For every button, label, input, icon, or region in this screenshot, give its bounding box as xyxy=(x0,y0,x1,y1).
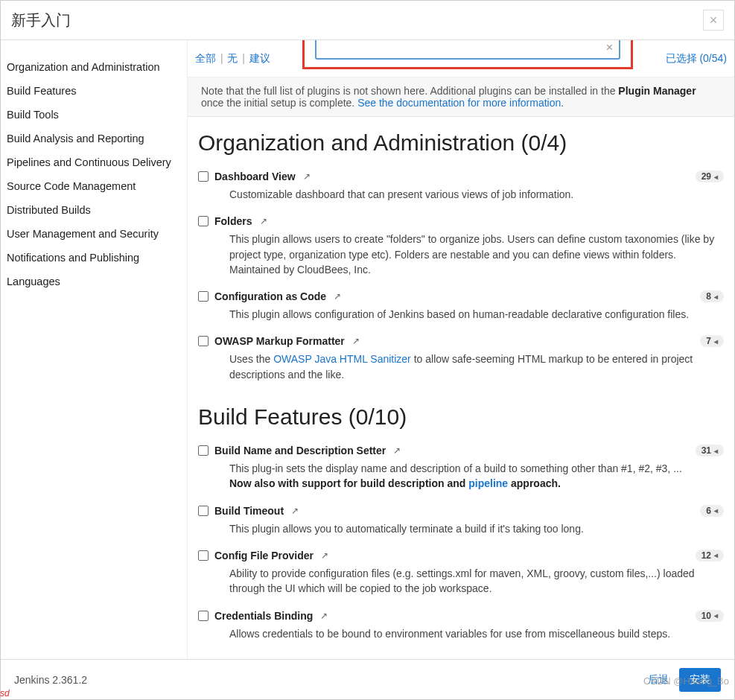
external-link-icon[interactable]: ↗ xyxy=(352,336,360,346)
section-header: Organization and Administration (0/4) xyxy=(198,130,724,156)
clear-icon[interactable]: × xyxy=(606,41,613,54)
external-link-icon[interactable]: ↗ xyxy=(291,506,299,516)
plugin-checkbox[interactable] xyxy=(198,291,209,302)
dep-badge[interactable]: 29 xyxy=(696,171,724,182)
sidebar-item-build-tools[interactable]: Build Tools xyxy=(1,103,187,127)
sidebar-item-user-mgmt[interactable]: User Management and Security xyxy=(1,222,187,246)
external-link-icon[interactable]: ↗ xyxy=(260,216,267,226)
plugin-checkbox[interactable] xyxy=(198,506,209,516)
plugin-row: Build Name and Description Setter ↗ 31 T… xyxy=(198,440,724,500)
sidebar-item-build-features[interactable]: Build Features xyxy=(1,79,187,103)
sidebar-item-languages[interactable]: Languages xyxy=(1,270,187,293)
owasp-link[interactable]: OWASP Java HTML Sanitizer xyxy=(273,353,411,365)
filter-all[interactable]: 全部 xyxy=(195,52,216,64)
selected-count: 已选择 (0/54) xyxy=(666,52,727,66)
pipeline-link[interactable]: pipeline xyxy=(468,477,508,489)
plugin-list[interactable]: Organization and Administration (0/4) Da… xyxy=(188,117,734,659)
plugin-desc: This plug-in sets the display name and d… xyxy=(229,461,724,491)
plugin-desc: This plugin allows configuration of Jenk… xyxy=(229,307,724,322)
dialog-title: 新手入门 xyxy=(11,10,71,31)
plugin-checkbox[interactable] xyxy=(198,445,209,456)
plugin-name[interactable]: OWASP Markup Formatter xyxy=(214,335,345,347)
info-banner: Note that the full list of plugins is no… xyxy=(188,77,734,117)
sidebar-item-distributed[interactable]: Distributed Builds xyxy=(1,198,187,222)
search-box[interactable]: × xyxy=(315,40,620,60)
plugin-checkbox[interactable] xyxy=(198,336,209,346)
dep-badge[interactable]: 8 xyxy=(700,290,724,302)
category-sidebar: Organization and Administration Build Fe… xyxy=(1,40,188,659)
sidebar-item-build-analysis[interactable]: Build Analysis and Reporting xyxy=(1,127,187,150)
plugin-checkbox[interactable] xyxy=(198,171,209,182)
plugin-name[interactable]: Config File Provider xyxy=(214,550,314,561)
plugin-name[interactable]: Credentials Binding xyxy=(214,610,313,622)
plugin-row: OWASP Markup Formatter ↗ 7 Uses the OWAS… xyxy=(198,331,724,391)
plugin-desc: Ability to provide configuration files (… xyxy=(229,566,724,596)
plugin-name[interactable]: Configuration as Code xyxy=(214,290,326,302)
plugin-desc: Allows credentials to be bound to enviro… xyxy=(229,626,724,641)
external-link-icon[interactable]: ↗ xyxy=(393,445,401,456)
plugin-desc: This plugin allows users to create "fold… xyxy=(229,232,724,277)
plugin-row: Dashboard View ↗ 29 Customizable dashboa… xyxy=(198,166,724,211)
plugin-name[interactable]: Dashboard View xyxy=(214,171,296,182)
plugin-row: Build Timeout ↗ 6 This plugin allows you… xyxy=(198,500,724,545)
plugin-checkbox[interactable] xyxy=(198,550,209,561)
plugin-row: Configuration as Code ↗ 8 This plugin al… xyxy=(198,286,724,331)
plugin-desc: Uses the OWASP Java HTML Sanitizer to al… xyxy=(229,351,724,382)
sidebar-item-scm[interactable]: Source Code Management xyxy=(1,174,187,198)
plugin-checkbox[interactable] xyxy=(198,611,209,621)
external-link-icon[interactable]: ↗ xyxy=(321,550,328,561)
external-link-icon[interactable]: ↗ xyxy=(303,171,311,182)
filter-suggested[interactable]: 建议 xyxy=(249,52,270,64)
filter-links: 全部 | 无 | 建议 xyxy=(195,52,270,66)
plugin-checkbox[interactable] xyxy=(198,216,209,226)
plugin-desc: Customizable dashboard that can present … xyxy=(229,187,724,202)
plugin-name[interactable]: Folders xyxy=(214,215,252,227)
sidebar-item-pipelines[interactable]: Pipelines and Continuous Delivery xyxy=(1,150,187,174)
plugin-row: Credentials Binding ↗ 10 Allows credenti… xyxy=(198,605,724,650)
filter-none[interactable]: 无 xyxy=(227,52,238,64)
plugin-desc: This plugin allows you to automatically … xyxy=(229,521,724,536)
external-link-icon[interactable]: ↗ xyxy=(320,611,328,621)
close-icon[interactable]: × xyxy=(703,10,724,31)
sidebar-item-org-admin[interactable]: Organization and Administration xyxy=(1,55,187,79)
plugin-row: Config File Provider ↗ 12 Ability to pro… xyxy=(198,545,724,605)
version-label: Jenkins 2.361.2 xyxy=(14,674,87,686)
plugin-name[interactable]: Build Timeout xyxy=(214,505,284,517)
sd-label: sd xyxy=(0,688,10,699)
dep-badge[interactable]: 6 xyxy=(700,505,724,517)
plugin-name[interactable]: Build Name and Description Setter xyxy=(214,445,386,456)
sidebar-item-notifications[interactable]: Notifications and Publishing xyxy=(1,246,187,270)
install-button[interactable]: 安装 xyxy=(679,668,721,692)
dep-badge[interactable]: 10 xyxy=(696,610,724,622)
doc-link[interactable]: See the documentation for more informati… xyxy=(357,97,561,109)
dep-badge[interactable]: 31 xyxy=(696,445,724,456)
plugin-row: Folders ↗ This plugin allows users to cr… xyxy=(198,211,724,286)
dep-badge[interactable]: 7 xyxy=(700,335,724,347)
section-header: Build Features (0/10) xyxy=(198,404,724,430)
dep-badge[interactable]: 12 xyxy=(696,550,724,561)
back-button[interactable]: 后退 xyxy=(648,673,669,687)
search-input[interactable] xyxy=(322,41,606,54)
external-link-icon[interactable]: ↗ xyxy=(334,291,341,302)
search-highlight-box: × xyxy=(302,40,633,69)
